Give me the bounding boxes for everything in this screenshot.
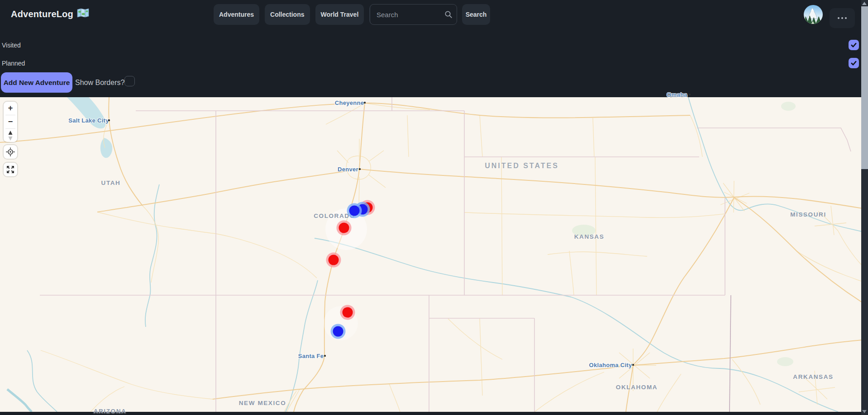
check-icon	[850, 60, 857, 66]
scrollbar-thumb[interactable]	[861, 6, 868, 169]
map-base-art	[0, 97, 861, 412]
city-label-santa-fe: Santa Fe	[298, 353, 324, 359]
city-dot	[359, 168, 361, 170]
map-marker-planned[interactable]	[343, 307, 353, 318]
search-button[interactable]: Search	[462, 4, 490, 25]
scroll-up-icon[interactable]	[862, 2, 867, 5]
state-label-arizona: ARIZONA	[94, 408, 127, 415]
city-dot	[324, 355, 326, 357]
planned-checkbox[interactable]	[849, 58, 859, 68]
ellipsis-menu-button[interactable]	[830, 8, 855, 28]
search-box	[370, 4, 457, 25]
state-label-oklahoma: OKLAHOMA	[616, 384, 658, 391]
nav-world-travel[interactable]: World Travel	[315, 4, 364, 25]
map-zoom-control: + −	[4, 102, 17, 142]
state-label-colorado: COLORADO	[314, 212, 355, 219]
app-title: AdventureLog	[11, 9, 73, 19]
city-label-cheyenne: Cheyenne	[335, 99, 364, 106]
state-label-kansas: KANSAS	[574, 233, 605, 240]
visited-checkbox[interactable]	[849, 40, 859, 50]
country-label: UNITED STATES	[485, 162, 559, 170]
geolocate-button[interactable]	[4, 145, 17, 159]
check-icon	[850, 42, 857, 48]
city-dot	[108, 119, 110, 121]
zoom-out-button[interactable]: −	[4, 115, 17, 128]
show-borders-checkbox[interactable]	[124, 76, 135, 86]
map-marker-planned[interactable]	[329, 255, 339, 265]
map-canvas[interactable]: UTAHCOLORADOUNITED STATESKANSASMISSOURIN…	[0, 97, 861, 412]
fullscreen-icon	[6, 165, 15, 174]
show-borders-label: Show Borders?	[75, 79, 124, 87]
city-label-omaha: Omaha	[667, 91, 687, 98]
compass-button[interactable]	[4, 129, 17, 142]
search-icon	[444, 10, 453, 19]
geolocate-icon	[5, 147, 15, 157]
map-marker-planned[interactable]	[339, 223, 349, 233]
state-label-utah: UTAH	[101, 179, 121, 186]
city-dot	[632, 364, 634, 366]
page-scrollbar	[861, 0, 868, 415]
fullscreen-button[interactable]	[4, 163, 17, 176]
zoom-in-button[interactable]: +	[4, 102, 17, 115]
state-label-missouri: MISSOURI	[790, 211, 826, 218]
map-marker-visited[interactable]	[349, 206, 360, 216]
city-label-denver: Denver	[338, 166, 358, 173]
map-emoji-icon	[77, 8, 89, 20]
city-dot	[364, 102, 366, 104]
city-label-oklahoma-city: Oklahoma City	[589, 362, 632, 368]
city-dot	[689, 94, 691, 95]
compass-icon	[7, 130, 14, 141]
nav-adventures[interactable]: Adventures	[214, 4, 259, 25]
scroll-down-icon[interactable]	[862, 410, 867, 413]
top-panel: AdventureLog AdventuresCollectionsWorld …	[0, 0, 861, 97]
city-label-salt-lake-city: Salt Lake City	[68, 117, 109, 124]
app-logo: AdventureLog	[11, 8, 89, 20]
visited-label: Visited	[2, 42, 21, 49]
map-marker-visited[interactable]	[333, 326, 343, 337]
avatar[interactable]	[804, 5, 823, 24]
nav-collections[interactable]: Collections	[265, 4, 310, 25]
state-label-arkansas: ARKANSAS	[793, 373, 833, 380]
add-new-adventure-button[interactable]: Add New Adventure	[1, 72, 72, 93]
state-label-new-mexico: NEW MEXICO	[239, 400, 286, 406]
main-nav: AdventuresCollectionsWorld TravelMap	[214, 4, 393, 25]
planned-label: Planned	[2, 60, 25, 67]
ellipsis-icon	[838, 17, 839, 19]
